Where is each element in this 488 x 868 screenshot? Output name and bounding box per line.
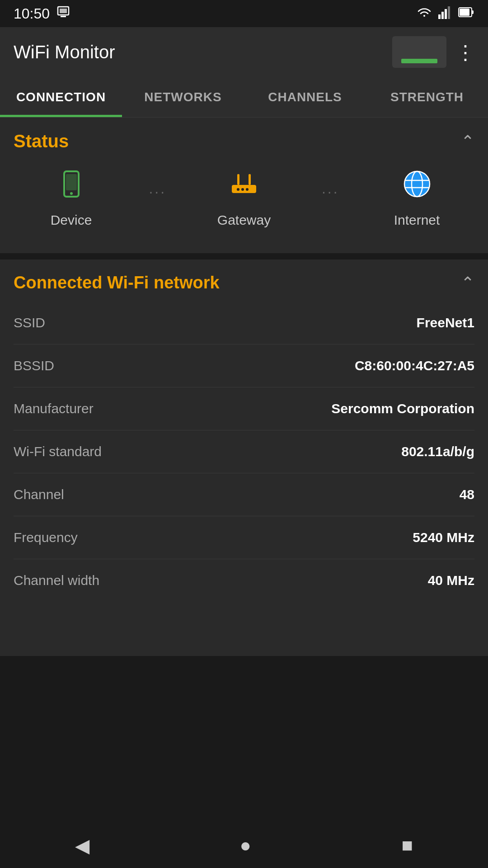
device-status-item: Device <box>14 170 129 228</box>
app-bar-actions: ⋮ <box>392 36 474 68</box>
network-collapse-button[interactable]: ⌃ <box>461 274 474 292</box>
manufacturer-row: Manufacturer Sercomm Corporation <box>14 387 474 430</box>
wifi-icon <box>417 5 432 23</box>
channel-width-label: Channel width <box>14 573 99 588</box>
network-section-header: Connected Wi-Fi network ⌃ <box>14 259 474 302</box>
tab-strength[interactable]: STRENGTH <box>366 77 488 117</box>
svg-rect-15 <box>249 174 251 185</box>
svg-rect-2 <box>61 16 66 17</box>
tab-connection[interactable]: CONNECTION <box>0 77 122 117</box>
svg-rect-9 <box>472 10 474 14</box>
status-time: 10:50 <box>14 5 50 22</box>
home-button[interactable]: ● <box>240 835 251 856</box>
channel-label: Channel <box>14 487 64 502</box>
tab-bar: CONNECTION NETWORKS CHANNELS STRENGTH <box>0 77 488 118</box>
wifi-standard-label: Wi-Fi standard <box>14 444 102 459</box>
svg-rect-13 <box>232 185 256 193</box>
status-bar: 10:50 <box>0 0 488 27</box>
ssid-label: SSID <box>14 315 45 330</box>
svg-point-16 <box>237 188 239 191</box>
wifi-standard-value: 802.11a/b/g <box>401 444 474 459</box>
frequency-row: Frequency 5240 MHz <box>14 516 474 559</box>
status-bar-right <box>417 5 474 23</box>
internet-icon <box>403 170 432 205</box>
connected-network-section: Connected Wi-Fi network ⌃ SSID FreeNet1 … <box>0 259 488 602</box>
channel-width-value: 40 MHz <box>428 573 474 588</box>
device-label: Device <box>51 212 92 228</box>
svg-rect-6 <box>448 6 450 19</box>
status-icons-row: Device ··· <box>0 160 488 246</box>
app-title: WiFi Monitor <box>14 42 115 62</box>
content-area: Status ⌃ Device ··· <box>0 118 488 656</box>
bottom-spacer <box>0 602 488 656</box>
wifi-indicator-icon <box>56 5 70 23</box>
internet-label: Internet <box>394 212 440 228</box>
ssid-value: FreeNet1 <box>417 315 474 330</box>
status-title: Status <box>14 131 69 151</box>
bssid-label: BSSID <box>14 358 54 373</box>
channel-value: 48 <box>460 487 474 502</box>
connector-dots-1: ··· <box>129 184 187 200</box>
device-icon <box>57 170 86 205</box>
svg-rect-4 <box>441 12 444 19</box>
more-options-button[interactable]: ⋮ <box>455 41 474 64</box>
nav-bar: ◀ ● ■ <box>0 823 488 868</box>
svg-rect-1 <box>60 9 67 13</box>
wifi-standard-row: Wi-Fi standard 802.11a/b/g <box>14 430 474 473</box>
back-button[interactable]: ◀ <box>75 835 89 857</box>
gateway-label: Gateway <box>217 212 271 228</box>
signal-icon <box>438 5 452 22</box>
channel-width-row: Channel width 40 MHz <box>14 559 474 602</box>
svg-point-18 <box>246 188 249 191</box>
frequency-value: 5240 MHz <box>413 530 474 545</box>
status-section: Status ⌃ Device ··· <box>0 118 488 246</box>
gateway-icon <box>228 170 260 205</box>
internet-status-item: Internet <box>359 170 474 228</box>
svg-rect-3 <box>438 14 441 19</box>
svg-rect-8 <box>460 9 469 16</box>
channel-row: Channel 48 <box>14 473 474 516</box>
svg-rect-11 <box>66 174 77 190</box>
gateway-status-item: Gateway <box>187 170 302 228</box>
status-section-header: Status ⌃ <box>0 118 488 160</box>
frequency-label: Frequency <box>14 530 78 545</box>
app-bar: WiFi Monitor ⋮ <box>0 27 488 77</box>
green-bar <box>401 59 437 63</box>
battery-icon <box>458 6 474 22</box>
status-bar-left: 10:50 <box>14 5 70 23</box>
section-divider <box>0 253 488 259</box>
green-indicator-button[interactable] <box>392 36 446 68</box>
manufacturer-value: Sercomm Corporation <box>331 401 474 416</box>
bssid-row: BSSID C8:60:00:4C:27:A5 <box>14 344 474 387</box>
manufacturer-label: Manufacturer <box>14 401 94 416</box>
svg-point-12 <box>70 192 73 195</box>
svg-point-17 <box>241 188 244 191</box>
ssid-row: SSID FreeNet1 <box>14 302 474 344</box>
tab-channels[interactable]: CHANNELS <box>244 77 366 117</box>
recents-button[interactable]: ■ <box>401 835 413 856</box>
connector-dots-2: ··· <box>302 184 360 200</box>
bssid-value: C8:60:00:4C:27:A5 <box>355 358 474 373</box>
status-collapse-button[interactable]: ⌃ <box>461 132 474 151</box>
svg-rect-5 <box>445 9 447 19</box>
tab-networks[interactable]: NETWORKS <box>122 77 244 117</box>
network-title: Connected Wi-Fi network <box>14 273 220 292</box>
svg-rect-14 <box>237 174 239 185</box>
